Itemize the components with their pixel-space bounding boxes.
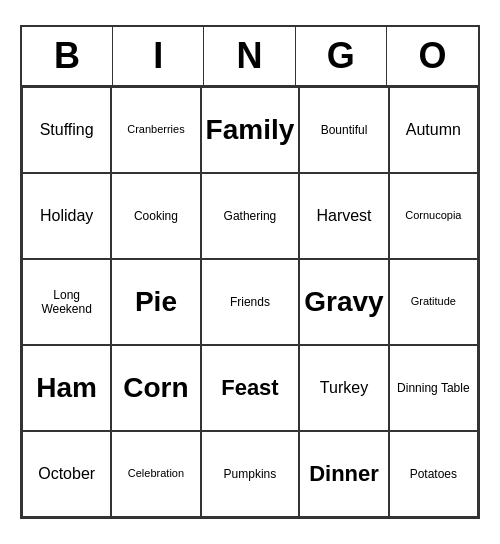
bingo-cell: Holiday: [22, 173, 111, 259]
cell-text: Celebration: [116, 467, 195, 480]
cell-text: Holiday: [27, 206, 106, 225]
cell-text: Gratitude: [394, 295, 473, 308]
cell-text: Long Weekend: [27, 288, 106, 317]
header-letter: B: [22, 27, 113, 85]
bingo-cell: Ham: [22, 345, 111, 431]
cell-text: Gravy: [304, 285, 383, 319]
header-letter: I: [113, 27, 204, 85]
bingo-cell: Corn: [111, 345, 200, 431]
cell-text: Dinning Table: [394, 381, 473, 395]
cell-text: Stuffing: [27, 120, 106, 139]
bingo-cell: Friends: [201, 259, 300, 345]
bingo-cell: Cooking: [111, 173, 200, 259]
cell-text: Feast: [206, 375, 295, 401]
cell-text: Cooking: [116, 209, 195, 223]
bingo-cell: Cranberries: [111, 87, 200, 173]
bingo-cell: Turkey: [299, 345, 388, 431]
bingo-cell: Potatoes: [389, 431, 478, 517]
cell-text: Potatoes: [394, 467, 473, 481]
bingo-cell: Gathering: [201, 173, 300, 259]
cell-text: Gathering: [206, 209, 295, 223]
bingo-grid: StuffingCranberriesFamilyBountifulAutumn…: [22, 87, 478, 517]
bingo-cell: Celebration: [111, 431, 200, 517]
bingo-cell: Pie: [111, 259, 200, 345]
bingo-cell: Long Weekend: [22, 259, 111, 345]
header-letter: G: [296, 27, 387, 85]
cell-text: Turkey: [304, 378, 383, 397]
cell-text: Ham: [27, 371, 106, 405]
bingo-card: BINGO StuffingCranberriesFamilyBountiful…: [20, 25, 480, 519]
bingo-cell: Bountiful: [299, 87, 388, 173]
bingo-cell: Harvest: [299, 173, 388, 259]
cell-text: Friends: [206, 295, 295, 309]
cell-text: Cranberries: [116, 123, 195, 136]
cell-text: Dinner: [304, 461, 383, 487]
bingo-cell: Cornucopia: [389, 173, 478, 259]
cell-text: Family: [206, 113, 295, 147]
cell-text: Corn: [116, 371, 195, 405]
cell-text: Autumn: [394, 120, 473, 139]
bingo-cell: Stuffing: [22, 87, 111, 173]
cell-text: October: [27, 464, 106, 483]
bingo-header: BINGO: [22, 27, 478, 87]
bingo-cell: Autumn: [389, 87, 478, 173]
bingo-cell: Family: [201, 87, 300, 173]
header-letter: N: [204, 27, 295, 85]
cell-text: Cornucopia: [394, 209, 473, 222]
bingo-cell: Feast: [201, 345, 300, 431]
bingo-cell: Dinning Table: [389, 345, 478, 431]
cell-text: Harvest: [304, 206, 383, 225]
bingo-cell: Pumpkins: [201, 431, 300, 517]
bingo-cell: October: [22, 431, 111, 517]
header-letter: O: [387, 27, 478, 85]
bingo-cell: Gratitude: [389, 259, 478, 345]
cell-text: Pumpkins: [206, 467, 295, 481]
cell-text: Pie: [116, 285, 195, 319]
bingo-cell: Gravy: [299, 259, 388, 345]
cell-text: Bountiful: [304, 123, 383, 137]
bingo-cell: Dinner: [299, 431, 388, 517]
